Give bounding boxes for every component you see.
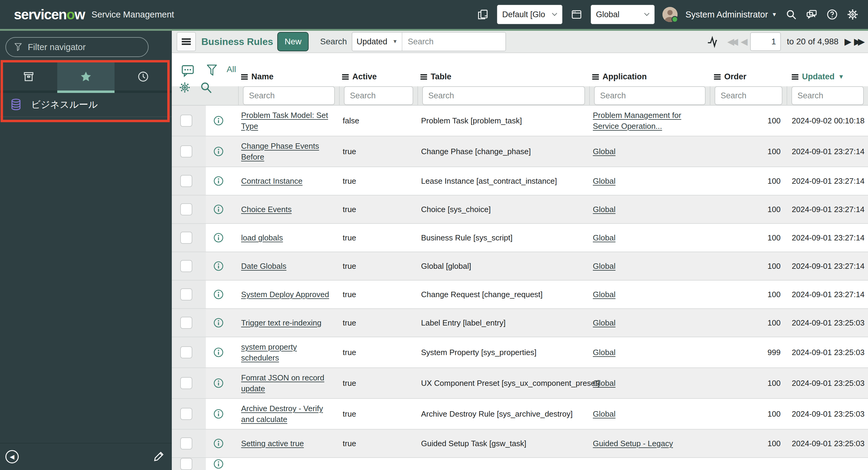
row-checkbox[interactable] [180, 288, 192, 300]
row-checkbox[interactable] [180, 115, 192, 127]
application-link[interactable]: Global [593, 147, 615, 156]
tab-history[interactable] [115, 62, 172, 93]
next-page-button[interactable]: ▶ [844, 37, 848, 46]
info-icon[interactable] [213, 378, 224, 388]
update-set-icon[interactable] [476, 8, 489, 21]
edit-favorites-pencil-icon[interactable] [153, 449, 166, 463]
activity-stream-icon[interactable] [707, 35, 720, 48]
favorite-item-business-rules[interactable]: ビジネスルール [0, 93, 172, 117]
tab-all-applications[interactable] [0, 62, 57, 93]
row-checkbox[interactable] [180, 408, 192, 420]
user-menu[interactable]: System Administrator ▼ [685, 10, 777, 20]
application-link[interactable]: Global [593, 205, 615, 214]
connect-chat-icon[interactable] [805, 8, 818, 21]
info-icon[interactable] [213, 317, 224, 328]
info-icon[interactable] [213, 459, 224, 469]
tab-favorites[interactable] [57, 62, 115, 93]
column-search-order[interactable] [715, 86, 782, 105]
page-number-input[interactable] [750, 32, 781, 51]
info-icon[interactable] [213, 289, 224, 300]
cell-table: Lease Instance [ast_contract_instance] [417, 171, 589, 190]
row-checkbox[interactable] [180, 317, 192, 329]
record-link[interactable]: system property schedulers [241, 343, 297, 362]
row-checkbox[interactable] [180, 260, 192, 272]
list-search-input[interactable] [402, 33, 505, 51]
column-header-order[interactable]: Order [710, 72, 786, 82]
column-header-updated[interactable]: Updated ▼ [786, 72, 868, 82]
application-link[interactable]: Global [593, 409, 615, 418]
table-row [172, 458, 868, 470]
application-link[interactable]: Global [593, 233, 615, 242]
filter-navigator-input[interactable] [27, 42, 140, 53]
row-checkbox[interactable] [180, 145, 192, 157]
column-menu-icon [421, 74, 427, 80]
record-link[interactable]: Trigger text re-indexing [241, 318, 321, 327]
search-field-select[interactable]: Updated ▼ [352, 33, 402, 51]
info-icon[interactable] [213, 438, 224, 449]
info-icon[interactable] [213, 204, 224, 215]
application-scope-picker[interactable]: Global [591, 5, 655, 24]
record-link[interactable]: Setting active true [241, 439, 304, 448]
row-checkbox[interactable] [180, 175, 192, 187]
column-search-application[interactable] [594, 86, 706, 105]
record-link[interactable]: Choice Events [241, 205, 292, 214]
application-link[interactable]: Global [593, 176, 615, 185]
application-link[interactable]: Global [593, 318, 615, 327]
row-checkbox[interactable] [180, 203, 192, 215]
avatar[interactable] [662, 7, 678, 22]
record-link[interactable]: System Deploy Approved [241, 290, 329, 299]
column-search-active[interactable] [344, 86, 413, 105]
record-link[interactable]: Contract Instance [241, 176, 303, 185]
table-row: System Deploy Approved true Change Reque… [172, 281, 868, 309]
record-link[interactable]: Problem Task Model: Set Type [241, 111, 328, 130]
last-page-button[interactable]: ▶▶ [854, 37, 861, 46]
application-link[interactable]: Global [593, 262, 615, 271]
column-search-table[interactable] [422, 86, 585, 105]
application-link[interactable]: Global [593, 379, 615, 388]
application-link[interactable]: Global [593, 348, 615, 357]
info-icon[interactable] [213, 347, 224, 358]
new-record-button[interactable]: New [277, 32, 309, 51]
column-search-updated[interactable] [792, 86, 864, 105]
record-link[interactable]: Archive Destroy - Verify and calculate [241, 404, 323, 424]
column-header-application[interactable]: Application [589, 72, 710, 82]
info-icon[interactable] [213, 408, 224, 419]
cell-name: Choice Events [238, 200, 339, 219]
help-icon[interactable] [826, 8, 838, 21]
row-checkbox[interactable] [180, 458, 192, 470]
info-icon[interactable] [213, 232, 224, 243]
collapse-navigator-button[interactable]: ◀ [5, 450, 19, 463]
cell-application: Global [589, 343, 710, 362]
record-link[interactable]: load globals [241, 233, 283, 242]
row-checkbox[interactable] [180, 346, 192, 358]
info-icon[interactable] [213, 146, 224, 157]
info-icon[interactable] [213, 176, 224, 186]
column-header-active[interactable]: Active [339, 72, 417, 82]
application-picker-icon[interactable] [570, 8, 583, 21]
previous-page-button[interactable]: ◀ [741, 37, 744, 46]
settings-gear-icon[interactable] [846, 8, 859, 21]
global-search-icon[interactable] [785, 8, 798, 21]
row-checkbox[interactable] [180, 437, 192, 449]
application-link[interactable]: Problem Management for Service Operation… [593, 111, 681, 130]
filter-navigator[interactable] [5, 37, 149, 57]
row-select-cell [172, 399, 206, 429]
info-icon[interactable] [213, 115, 224, 126]
record-link[interactable]: Change Phase Events Before [241, 142, 319, 161]
info-icon[interactable] [213, 261, 224, 271]
column-header-table[interactable]: Table [417, 72, 589, 82]
list-context-menu-button[interactable] [177, 32, 196, 51]
row-checkbox[interactable] [180, 232, 192, 244]
application-link[interactable]: Guided Setup - Legacy [593, 439, 673, 448]
table-row: Choice Events true Choice [sys_choice] G… [172, 196, 868, 224]
first-page-button[interactable]: ◀◀ [727, 37, 735, 46]
record-link[interactable]: Date Globals [241, 262, 286, 271]
servicenow-logo[interactable]: servicenow [14, 6, 85, 23]
record-link[interactable]: Fomrat JSON on record update [241, 373, 324, 393]
cell-order: 100 [710, 257, 786, 276]
update-set-picker[interactable]: Default [Glo [497, 5, 562, 24]
column-search-name[interactable] [243, 86, 335, 105]
column-header-name[interactable]: Name [238, 72, 339, 82]
row-checkbox[interactable] [180, 377, 192, 389]
application-link[interactable]: Global [593, 290, 615, 299]
